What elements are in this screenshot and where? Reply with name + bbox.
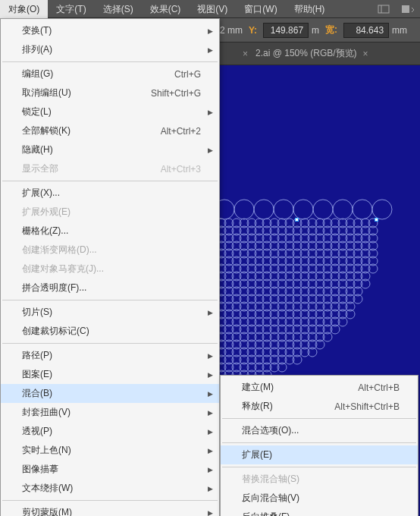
blend-submenu: 建立(M)Alt+Ctrl+B释放(R)Alt+Shift+Ctrl+B混合选项… [220, 375, 418, 516]
menu-item[interactable]: 拼合透明度(F)... [1, 278, 219, 297]
menu-item[interactable]: 反向混合轴(V) [221, 489, 418, 508]
tab-prev-close[interactable]: × [243, 49, 248, 59]
menu-item[interactable]: 隐藏(H) [1, 140, 219, 159]
tab-label: 2.ai @ 150% (RGB/预览) [255, 47, 357, 60]
object-dropdown-menu: 变换(T)排列(A)编组(G)Ctrl+G取消编组(U)Shift+Ctrl+G… [0, 18, 220, 516]
menu-item-label: 图案(E) [22, 368, 52, 381]
layout-icon[interactable] [371, 2, 396, 17]
menu-type[interactable]: 文字(T) [48, 0, 94, 18]
menu-help[interactable]: 帮助(H) [286, 0, 334, 18]
menu-item-label: 锁定(L) [22, 105, 52, 118]
menu-item[interactable]: 全部解锁(K)Alt+Ctrl+2 [1, 121, 219, 140]
menu-shortcut: Alt+Ctrl+3 [161, 164, 201, 175]
unit-display: 2 mm [220, 25, 243, 36]
menu-item-label: 扩展(X)... [22, 187, 60, 200]
menu-item-label: 创建渐变网格(D)... [22, 244, 97, 256]
menu-item-label: 扩展外观(E) [22, 206, 71, 219]
menu-item-label: 混合(B) [22, 387, 52, 400]
w-value[interactable]: 84.643 [343, 23, 389, 38]
menu-item: 创建对象马赛克(J)... [1, 260, 219, 278]
menu-item[interactable]: 创建裁切标记(C) [1, 322, 219, 341]
menu-item[interactable]: 变换(T) [1, 21, 219, 40]
menu-item-label: 替换混合轴(S) [242, 473, 299, 486]
menu-item[interactable]: 文本绕排(W) [1, 479, 219, 498]
menu-item[interactable]: 扩展(X)... [1, 184, 219, 203]
menu-item[interactable]: 切片(S) [1, 303, 219, 322]
menu-item[interactable]: 排列(A) [1, 40, 219, 59]
svg-point-9 [333, 200, 353, 219]
menu-item-label: 剪切蒙版(M) [22, 506, 72, 516]
menu-separator [222, 467, 416, 467]
menu-view[interactable]: 视图(V) [189, 0, 236, 18]
menu-shortcut: Alt+Shift+Ctrl+B [334, 401, 400, 412]
menu-item-label: 文本绕排(W) [22, 482, 73, 495]
menu-select[interactable]: 选择(S) [95, 0, 142, 18]
menu-item[interactable]: 反向堆叠(F) [221, 508, 418, 516]
menu-item-label: 编组(G) [22, 68, 53, 80]
menu-item[interactable]: 编组(G)Ctrl+G [1, 64, 219, 83]
svg-point-4 [234, 200, 254, 219]
menu-item-label: 封套扭曲(V) [22, 406, 71, 419]
y-value[interactable]: 149.867 [263, 23, 309, 38]
menu-item-label: 反向混合轴(V) [242, 492, 299, 505]
svg-rect-2 [402, 5, 409, 13]
svg-point-5 [254, 200, 274, 219]
menu-item[interactable]: 锁定(L) [1, 102, 219, 121]
menu-item-label: 实时上色(N) [22, 444, 71, 457]
menu-item-label: 隐藏(H) [22, 143, 53, 156]
menu-item[interactable]: 图案(E) [1, 365, 219, 384]
menu-item[interactable]: 混合选项(O)... [221, 421, 418, 440]
arrange-icon[interactable] [396, 2, 420, 17]
svg-point-8 [313, 200, 333, 219]
y-label: Y: [246, 25, 260, 36]
menu-item-label: 扩展(E) [242, 448, 272, 461]
svg-point-7 [293, 200, 313, 219]
menu-separator [2, 343, 218, 344]
menu-item: 创建渐变网格(D)... [1, 241, 219, 260]
menu-separator [2, 61, 218, 62]
menu-item-label: 混合选项(O)... [242, 424, 299, 437]
handle-ne[interactable] [375, 218, 378, 222]
menu-item: 扩展外观(E) [1, 203, 219, 222]
menu-item[interactable]: 释放(R)Alt+Shift+Ctrl+B [221, 397, 418, 416]
menu-item[interactable]: 栅格化(Z)... [1, 222, 219, 241]
menu-item-label: 路径(P) [22, 349, 52, 362]
svg-point-10 [353, 200, 372, 219]
menu-item[interactable]: 封套扭曲(V) [1, 403, 219, 422]
menu-item-label: 取消编组(U) [22, 87, 71, 99]
menu-item[interactable]: 扩展(E) [221, 445, 418, 464]
menu-item[interactable]: 路径(P) [1, 346, 219, 365]
menu-item[interactable]: 图像描摹 [1, 460, 219, 479]
document-tab[interactable]: 2.ai @ 150% (RGB/预览) × [248, 42, 376, 64]
menu-item-label: 创建裁切标记(C) [22, 325, 89, 338]
menu-item[interactable]: 剪切蒙版(M) [1, 503, 219, 516]
menu-item-label: 拼合透明度(F)... [22, 282, 86, 294]
unit-mm2: mm [392, 25, 407, 36]
svg-point-6 [274, 200, 293, 219]
svg-rect-0 [378, 5, 389, 13]
menu-shortcut: Alt+Ctrl+2 [161, 126, 201, 137]
svg-point-11 [372, 200, 392, 219]
menu-item[interactable]: 透视(P) [1, 422, 219, 441]
menu-item-label: 反向堆叠(F) [242, 511, 290, 516]
menu-item[interactable]: 混合(B) [1, 384, 219, 403]
menu-item[interactable]: 取消编组(U)Shift+Ctrl+G [1, 83, 219, 102]
menubar: 对象(O) 文字(T) 选择(S) 效果(C) 视图(V) 窗口(W) 帮助(H… [0, 0, 420, 18]
menu-item-label: 变换(T) [22, 24, 52, 37]
menu-item-label: 图像描摹 [22, 463, 58, 476]
menu-item: 显示全部Alt+Ctrl+3 [1, 159, 219, 178]
menu-item-label: 释放(R) [242, 400, 273, 413]
menu-shortcut: Ctrl+G [174, 69, 201, 80]
menu-item: 替换混合轴(S) [221, 470, 418, 489]
menu-object[interactable]: 对象(O) [0, 0, 48, 18]
menu-item-label: 排列(A) [22, 43, 52, 56]
menu-item-label: 全部解锁(K) [22, 124, 71, 137]
menu-effect[interactable]: 效果(C) [142, 0, 190, 18]
close-icon[interactable]: × [363, 49, 368, 59]
menu-window[interactable]: 窗口(W) [236, 0, 285, 18]
menu-item[interactable]: 建立(M)Alt+Ctrl+B [221, 378, 418, 397]
handle-n[interactable] [295, 218, 299, 222]
menu-shortcut: Shift+Ctrl+G [151, 88, 201, 99]
menu-separator [2, 500, 218, 501]
menu-item[interactable]: 实时上色(N) [1, 441, 219, 460]
